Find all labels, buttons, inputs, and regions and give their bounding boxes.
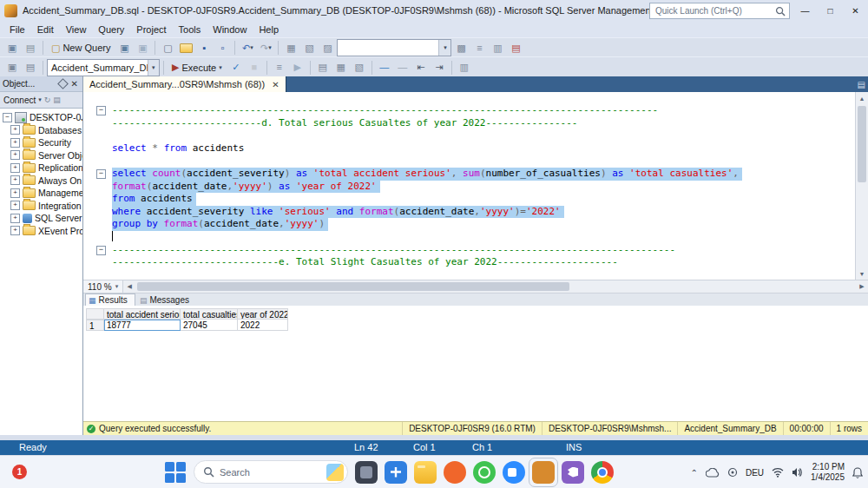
store-app-icon[interactable] [385,461,407,484]
object-explorer-header[interactable]: Object... ✕ [0,76,82,92]
open-file-icon[interactable] [177,40,194,56]
tree-item[interactable]: +XEvent Profil... [0,225,82,238]
chrome-icon[interactable] [591,461,614,484]
refresh-icon[interactable]: ↻ [44,96,51,104]
expander-icon[interactable]: + [10,175,20,185]
undo-icon[interactable]: ↶▾ [239,40,256,56]
sqlcmd-mode-icon[interactable]: ≡ [271,60,288,76]
tree-item[interactable]: −DESKTOP-0JF0... [0,111,82,124]
generic-tool-icon-5[interactable]: ≡ [470,40,488,56]
document-tab[interactable]: Accident_Summary...0SR9\Mshmsh (68)) ✕ [83,76,286,92]
file-explorer-icon[interactable] [414,461,437,484]
new-file-icon[interactable]: ▢ [159,40,176,56]
execute-button[interactable]: ▶Execute▾ [168,60,227,76]
expander-icon[interactable]: + [10,125,20,135]
tree-item[interactable]: +Server Obje... [0,149,82,162]
chevron-down-icon[interactable]: ▾ [38,96,42,103]
tab-messages[interactable]: ▤ Messages [137,294,196,306]
save-icon[interactable]: ▪ [195,40,213,56]
uncomment-icon[interactable]: — [394,60,411,76]
onedrive-cloud-icon[interactable] [706,468,720,478]
generic-tool-icon-4[interactable]: ▩ [452,40,470,56]
parse-icon[interactable]: ✓ [227,60,245,76]
redo-icon[interactable]: ↷▾ [257,40,274,56]
debug-icon[interactable]: ▶ [289,60,306,76]
generic-tool-icon-7[interactable]: ▤ [507,40,524,56]
change-connection-icon[interactable]: ▤ [22,60,39,76]
fold-collapse-icon[interactable]: − [96,106,106,115]
menu-item-tools[interactable]: Tools [173,23,207,36]
chevron-down-icon[interactable]: ▾ [438,40,450,56]
minimize-button[interactable]: — [792,0,818,21]
expander-icon[interactable]: + [10,188,20,198]
menu-item-file[interactable]: File [3,23,31,36]
close-icon[interactable]: ✕ [69,79,80,89]
results-text-icon[interactable]: ▤ [314,60,332,76]
object-explorer-connect-icon[interactable]: ▣ [3,40,21,56]
firefox-icon[interactable] [444,461,466,484]
scroll-right-icon[interactable]: ▶ [856,280,868,293]
photos-app-icon[interactable] [355,461,378,484]
notification-bell-icon[interactable] [852,467,863,478]
expander-icon[interactable]: − [3,113,12,122]
keyboard-language[interactable]: DEU [746,468,764,478]
generic-tool-icon-6[interactable]: ▥ [489,40,506,56]
ssms-icon[interactable] [532,461,555,484]
grid-cell[interactable]: 27045 [181,320,238,331]
start-button[interactable] [163,460,187,484]
zoom-icon[interactable] [503,461,525,484]
tree-item[interactable]: +SQL Server A... [0,212,82,225]
grid-column-header[interactable]: year of 2022 [238,308,288,320]
grid-cell[interactable]: 2022 [238,320,288,331]
horizontal-scrollbar[interactable] [135,280,856,293]
outdent-icon[interactable]: ⇤ [412,60,430,76]
chevron-up-icon[interactable]: ⌃ [691,468,698,478]
tree-item[interactable]: +Replication [0,162,82,175]
analysis-query-icon[interactable]: ▣ [134,40,151,56]
row-header-cell[interactable]: 1 [86,320,104,331]
visual-studio-icon[interactable] [562,461,584,484]
generic-tool-icon-2[interactable]: ▧ [300,40,318,56]
indent-icon[interactable]: ⇥ [431,60,448,76]
database-engine-query-icon[interactable]: ▣ [115,40,133,56]
comment-icon[interactable]: — [376,60,393,76]
scroll-up-icon[interactable]: ▲ [856,92,868,104]
available-databases-combo[interactable]: Accident_Summary_DB▾ [47,59,160,76]
generic-tool-icon-3[interactable]: ▨ [319,40,336,56]
tray-app-icon[interactable] [727,467,738,478]
connect-button[interactable]: Connect [3,96,36,105]
close-tab-icon[interactable]: ✕ [272,80,279,89]
zoom-control[interactable]: 110 % ▾ [83,280,123,293]
expander-icon[interactable]: + [10,150,20,160]
generic-tool-icon-1[interactable]: ▦ [282,40,299,56]
clock[interactable]: 2:10 PM 1/4/2025 [811,462,845,483]
document-outline-icon[interactable]: ▤ [858,76,868,92]
fold-collapse-icon[interactable]: − [96,246,106,255]
tree-item[interactable]: +Security [0,136,82,149]
horizontal-scroll-thumb[interactable] [137,282,569,291]
results-grid-icon[interactable]: ▦ [332,60,350,76]
grid-corner-cell[interactable] [86,308,104,320]
taskbar-search-input[interactable]: Search [194,460,348,484]
master-db-icon[interactable]: ▣ [3,60,21,76]
scroll-left-icon[interactable]: ◀ [123,280,135,293]
fold-collapse-icon[interactable]: − [96,169,106,179]
vertical-scrollbar[interactable]: ▲ ▼ [855,92,868,280]
weather-widget-icon[interactable] [326,464,344,481]
specify-values-icon[interactable]: ▥ [456,60,473,76]
whatsapp-icon[interactable] [473,461,496,484]
menu-item-query[interactable]: Query [92,23,130,36]
grid-column-header[interactable]: total accident serious [104,308,181,320]
expander-icon[interactable]: + [10,163,20,173]
vertical-scroll-thumb[interactable] [858,106,866,182]
results-file-icon[interactable]: ▧ [351,60,368,76]
volume-icon[interactable] [792,467,803,478]
activity-monitor-icon[interactable]: ▤ [22,40,39,56]
chevron-down-icon[interactable]: ▾ [148,60,159,76]
close-button[interactable]: ✕ [843,0,868,21]
quick-launch-input[interactable]: Quick Launch (Ctrl+Q) [649,3,790,19]
menu-item-view[interactable]: View [60,23,93,36]
notification-badge[interactable]: 1 [12,465,27,479]
expander-icon[interactable]: + [10,201,20,210]
expander-icon[interactable]: + [10,138,20,148]
